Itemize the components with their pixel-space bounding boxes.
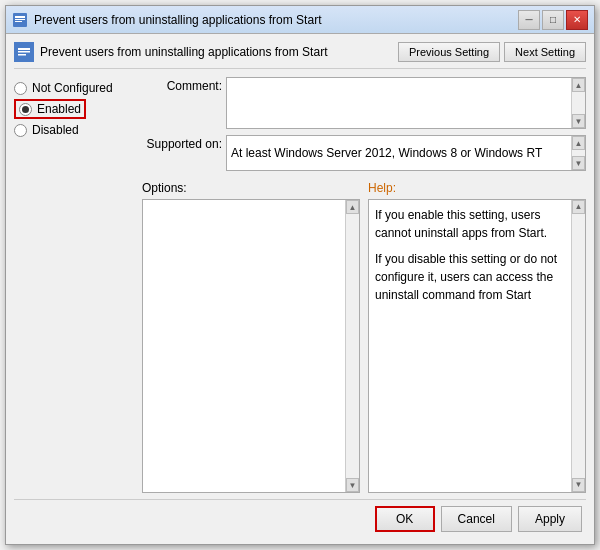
help-paragraph-2: If you disable this setting or do not co…: [375, 250, 567, 304]
supported-scroll-down[interactable]: ▼: [572, 156, 585, 170]
svg-rect-2: [15, 19, 25, 20]
left-panel: Not Configured Enabled Disabled: [14, 77, 134, 493]
svg-rect-6: [18, 51, 30, 53]
window-title: Prevent users from uninstalling applicat…: [34, 13, 321, 27]
radio-group: Not Configured Enabled Disabled: [14, 81, 134, 137]
previous-setting-button[interactable]: Previous Setting: [398, 42, 500, 62]
title-bar-left: Prevent users from uninstalling applicat…: [12, 12, 321, 28]
radio-not-configured-indicator: [14, 82, 27, 95]
main-window: Prevent users from uninstalling applicat…: [5, 5, 595, 545]
help-scrollbar[interactable]: ▲ ▼: [571, 200, 585, 492]
radio-enabled-indicator: [19, 103, 32, 116]
header-buttons: Previous Setting Next Setting: [398, 42, 586, 62]
supported-box: At least Windows Server 2012, Windows 8 …: [226, 135, 586, 171]
radio-not-configured-label: Not Configured: [32, 81, 113, 95]
comment-box[interactable]: ▲ ▼: [226, 77, 586, 129]
supported-row: Supported on: At least Windows Server 20…: [142, 135, 586, 171]
svg-rect-1: [15, 16, 25, 18]
help-text: If you enable this setting, users cannot…: [375, 206, 567, 304]
options-panel: Options: ▲ ▼: [142, 181, 360, 493]
radio-disabled-label: Disabled: [32, 123, 79, 137]
footer: OK Cancel Apply: [14, 499, 586, 536]
next-setting-button[interactable]: Next Setting: [504, 42, 586, 62]
window-icon: [12, 12, 28, 28]
help-panel: Help: If you enable this setting, users …: [368, 181, 586, 493]
radio-not-configured[interactable]: Not Configured: [14, 81, 134, 95]
options-scroll-up[interactable]: ▲: [346, 200, 359, 214]
title-bar: Prevent users from uninstalling applicat…: [6, 6, 594, 34]
help-scroll-up[interactable]: ▲: [572, 200, 585, 214]
scroll-down-arrow[interactable]: ▼: [572, 114, 585, 128]
bottom-section: Options: ▲ ▼ Help: If y: [142, 181, 586, 493]
help-box: If you enable this setting, users cannot…: [368, 199, 586, 493]
title-bar-controls: ─ □ ✕: [518, 10, 588, 30]
options-label: Options:: [142, 181, 360, 195]
policy-icon: [14, 42, 34, 62]
svg-rect-3: [15, 21, 22, 22]
help-label: Help:: [368, 181, 586, 195]
header-title: Prevent users from uninstalling applicat…: [40, 45, 327, 59]
window-content: Prevent users from uninstalling applicat…: [6, 34, 594, 544]
radio-enabled[interactable]: Enabled: [14, 99, 134, 119]
main-area: Not Configured Enabled Disabled: [14, 77, 586, 493]
supported-scrollbar[interactable]: ▲ ▼: [571, 136, 585, 170]
options-scroll-down[interactable]: ▼: [346, 478, 359, 492]
options-box: ▲ ▼: [142, 199, 360, 493]
enabled-box: Enabled: [14, 99, 86, 119]
radio-disabled[interactable]: Disabled: [14, 123, 134, 137]
comment-label: Comment:: [142, 77, 222, 93]
svg-rect-7: [18, 54, 26, 56]
help-paragraph-1: If you enable this setting, users cannot…: [375, 206, 567, 242]
close-button[interactable]: ✕: [566, 10, 588, 30]
ok-button[interactable]: OK: [375, 506, 435, 532]
cancel-button[interactable]: Cancel: [441, 506, 512, 532]
supported-scroll-up[interactable]: ▲: [572, 136, 585, 150]
comment-scrollbar[interactable]: ▲ ▼: [571, 78, 585, 128]
maximize-button[interactable]: □: [542, 10, 564, 30]
supported-value: At least Windows Server 2012, Windows 8 …: [231, 146, 542, 160]
minimize-button[interactable]: ─: [518, 10, 540, 30]
scroll-up-arrow[interactable]: ▲: [572, 78, 585, 92]
radio-enabled-label: Enabled: [37, 102, 81, 116]
help-scroll-down[interactable]: ▼: [572, 478, 585, 492]
header-left: Prevent users from uninstalling applicat…: [14, 42, 327, 62]
radio-disabled-indicator: [14, 124, 27, 137]
apply-button[interactable]: Apply: [518, 506, 582, 532]
comment-row: Comment: ▲ ▼: [142, 77, 586, 129]
right-panel: Comment: ▲ ▼ Supported on: At least Wind…: [142, 77, 586, 493]
header-section: Prevent users from uninstalling applicat…: [14, 42, 586, 69]
options-scrollbar[interactable]: ▲ ▼: [345, 200, 359, 492]
supported-label: Supported on:: [142, 135, 222, 151]
svg-rect-5: [18, 48, 30, 50]
